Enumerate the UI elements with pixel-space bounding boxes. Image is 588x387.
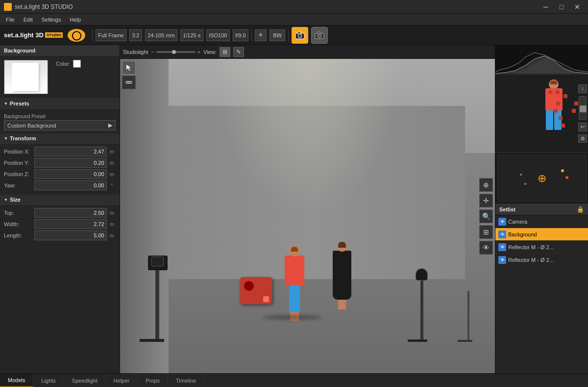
yaw-unit: ° [108, 182, 116, 188]
tab-speedlight[interactable]: Speedlight [64, 374, 106, 387]
tab-lights[interactable]: Lights [33, 374, 64, 387]
background-preset-dropdown[interactable]: Custom Background ▶ [4, 120, 116, 130]
grid-view-button[interactable]: ⊞ [220, 47, 230, 57]
svg-rect-2 [298, 32, 300, 34]
setlist-reflector1-label: Reflector M - Ø 2... [508, 244, 585, 250]
toolbar: set.a.light 3D STUDIO ◯ Full Frame 3:2 2… [0, 26, 588, 45]
menu-settings[interactable]: Settings [38, 16, 65, 24]
position-x-label: Position X: [4, 149, 34, 155]
tab-models[interactable]: Models [0, 374, 33, 387]
mini-viewport-container: ⊕ [495, 153, 588, 204]
camera-view: Camera [495, 75, 588, 153]
position-z-input[interactable] [34, 169, 107, 179]
length-row: Length: m [4, 231, 116, 240]
wb-button[interactable]: ☀ [255, 29, 267, 41]
size-content: Top: m Width: m Length: m [0, 205, 120, 245]
position-x-unit: m [108, 149, 116, 155]
cam-ctrl-1[interactable]: ↕ [578, 84, 587, 93]
setlist-container: Setlist 🔒 👁 Camera 👁 Background 👁 Reflec… [495, 204, 588, 373]
aspect-ratio-select[interactable]: 3:2 [129, 29, 142, 41]
cam-settings-btn[interactable]: ⚙ [578, 134, 587, 143]
background-preview[interactable] [4, 60, 48, 94]
move-button[interactable]: ✛ [479, 194, 493, 207]
position-z-unit: m [108, 171, 116, 177]
preset-label: Background Preset [4, 112, 116, 120]
presets-toggle[interactable]: ▼ Presets [0, 99, 120, 109]
shutter-speed-select[interactable]: 1/125 s [180, 29, 203, 41]
position-x-input[interactable] [34, 147, 107, 156]
presets-content: Background Preset Custom Background ▶ [0, 109, 120, 133]
eye-icon-reflector2: 👁 [498, 256, 506, 264]
main-area: Background Color: ▼ Presets Background P… [0, 45, 588, 373]
close-button[interactable]: ✕ [570, 0, 584, 14]
setlist-background-dot [578, 231, 585, 238]
tab-props[interactable]: Props [138, 374, 168, 387]
slider-minus-icon: − [151, 49, 154, 55]
menu-file[interactable]: File [2, 16, 19, 24]
tab-helper[interactable]: Helper [106, 374, 138, 387]
svg-point-1 [298, 34, 302, 38]
fit-button[interactable]: ⊞ [479, 225, 493, 239]
presets-arrow-icon: ▼ [4, 102, 8, 106]
maximize-button[interactable]: □ [555, 0, 568, 14]
studiolight-label: Studiolight [123, 49, 148, 55]
menu-edit[interactable]: Edit [20, 16, 37, 24]
setlist-item-reflector2[interactable]: 👁 Reflector M - Ø 2... [495, 254, 588, 266]
viewport-main[interactable]: ⊕ ✛ 🔍 ⊞ 👁 [120, 59, 495, 373]
brightness-slider[interactable] [156, 51, 196, 53]
ruler-tool-button[interactable] [122, 76, 136, 89]
iso-select[interactable]: ISO100 [206, 29, 230, 41]
logo-area: set.a.light 3D STUDIO ◯ [4, 29, 85, 42]
length-label: Length: [4, 232, 34, 238]
setlist-item-background[interactable]: 👁 Background [495, 228, 588, 241]
cam-back-btn[interactable]: ↩ [578, 123, 587, 131]
capture-alt-button[interactable] [311, 27, 328, 44]
sep1 [92, 29, 93, 41]
background-section: Background Color: [0, 45, 120, 99]
length-input[interactable] [34, 231, 107, 240]
slider-plus-icon: + [197, 49, 200, 55]
yaw-label: Yaw: [4, 182, 34, 188]
viewport-area: Studiolight − + View: ⊞ ✎ [120, 45, 495, 373]
orbit-button[interactable]: ⊕ [479, 178, 493, 192]
eye-icon-background: 👁 [498, 231, 506, 238]
lens-mode-select[interactable]: Full Frame [96, 29, 126, 41]
yaw-input[interactable] [34, 181, 107, 190]
select-tool-button[interactable] [122, 61, 136, 75]
aperture-select[interactable]: f/9.0 [233, 29, 248, 41]
size-toggle[interactable]: ▼ Size [0, 195, 120, 205]
bw-button[interactable]: BW [270, 29, 285, 41]
top-input[interactable] [34, 208, 107, 218]
background-header: Background [0, 45, 120, 56]
eye-button[interactable]: 👁 [479, 241, 493, 255]
titlebar-controls: ─ □ ✕ [539, 0, 584, 14]
top-label: Top: [4, 210, 34, 216]
size-arrow-icon: ▼ [4, 198, 8, 202]
zoom-button[interactable]: 🔍 [479, 209, 493, 223]
position-x-row: Position X: m [4, 147, 116, 156]
tab-timeline[interactable]: Timeline [168, 374, 204, 387]
svg-point-4 [318, 34, 321, 38]
transform-toggle[interactable]: ▼ Transform [0, 133, 120, 144]
logo-icon: ◯ [68, 29, 85, 42]
setlist-header: Setlist 🔒 [495, 204, 588, 215]
background-content: Color: [0, 56, 120, 98]
setlist-item-reflector1[interactable]: 👁 Reflector M - Ø 2... [495, 241, 588, 254]
position-y-label: Position Y: [4, 160, 34, 166]
pencil-view-button[interactable]: ✎ [233, 47, 244, 57]
position-y-input[interactable] [34, 158, 107, 168]
color-row: Color: [56, 60, 81, 68]
width-label: Width: [4, 221, 34, 227]
color-swatch[interactable] [73, 60, 81, 68]
preset-expand-icon: ▶ [108, 122, 112, 129]
menu-help[interactable]: Help [66, 16, 85, 24]
width-input[interactable] [34, 219, 107, 229]
cam-scroll-track[interactable] [579, 96, 587, 120]
setlist-title: Setlist [499, 206, 515, 212]
focal-length-select[interactable]: 24-105 mm [145, 29, 177, 41]
setlist-item-camera[interactable]: 👁 Camera [495, 215, 588, 228]
titlebar: set.a.light 3D STUDIO ─ □ ✕ [0, 0, 588, 14]
viewport-toolbar: Studiolight − + View: ⊞ ✎ [120, 45, 495, 59]
capture-button[interactable] [292, 27, 308, 44]
minimize-button[interactable]: ─ [539, 0, 553, 14]
